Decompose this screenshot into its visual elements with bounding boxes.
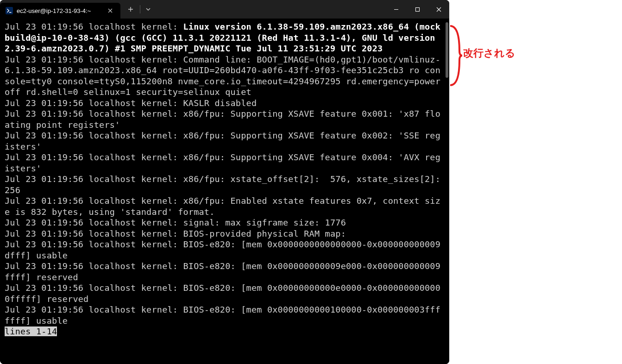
terminal-window: ec2-user@ip-172-31-93-4:~ [0,0,449,364]
terminal-line: Jul 23 01:19:56 localhost kernel: x86/fp… [5,152,440,173]
terminal-line: Jul 23 01:19:56 localhost kernel: Linux … [5,22,440,53]
terminal-line: Jul 23 01:19:56 localhost kernel: BIOS-e… [5,305,440,326]
terminal-content[interactable]: Jul 23 01:19:56 localhost kernel: Linux … [5,21,445,337]
scrollbar[interactable] [446,22,448,359]
terminal-line: Jul 23 01:19:56 localhost kernel: x86/fp… [5,174,449,195]
window-controls [385,0,449,19]
terminal-line: Jul 23 01:19:56 localhost kernel: BIOS-e… [5,239,440,260]
terminal-line: Jul 23 01:19:56 localhost kernel: BIOS-e… [5,261,440,282]
titlebar-left: ec2-user@ip-172-31-93-4:~ [0,0,155,19]
tab-close-button[interactable] [106,6,115,15]
svg-rect-0 [415,7,419,11]
scrollbar-thumb[interactable] [446,22,448,78]
terminal-line: Jul 23 01:19:56 localhost kernel: x86/fp… [5,196,440,217]
powershell-icon [6,7,13,14]
annotation-text: 改行される [463,46,515,60]
tab-active[interactable]: ec2-user@ip-172-31-93-4:~ [0,3,120,19]
divider [140,5,140,13]
terminal-line: Jul 23 01:19:56 localhost kernel: BIOS-p… [5,229,346,238]
minimize-button[interactable] [385,0,407,19]
terminal-line: Jul 23 01:19:56 localhost kernel: KASLR … [5,98,257,108]
terminal-line: Jul 23 01:19:56 localhost kernel: x86/fp… [5,109,440,130]
new-tab-button[interactable] [122,2,139,17]
tab-dropdown-button[interactable] [141,2,155,17]
maximize-button[interactable] [407,0,428,19]
terminal-line: Jul 23 01:19:56 localhost kernel: signal… [5,218,346,227]
terminal-line: Jul 23 01:19:56 localhost kernel: BIOS-e… [5,283,440,304]
terminal-line: Jul 23 01:19:56 localhost kernel: Comman… [5,55,440,97]
close-button[interactable] [428,0,449,19]
terminal-body[interactable]: Jul 23 01:19:56 localhost kernel: Linux … [0,19,449,364]
pager-status: lines 1-14 [5,326,57,336]
terminal-line: Jul 23 01:19:56 localhost kernel: x86/fp… [5,131,440,151]
tab-title: ec2-user@ip-172-31-93-4:~ [17,7,91,14]
titlebar[interactable]: ec2-user@ip-172-31-93-4:~ [0,0,449,19]
